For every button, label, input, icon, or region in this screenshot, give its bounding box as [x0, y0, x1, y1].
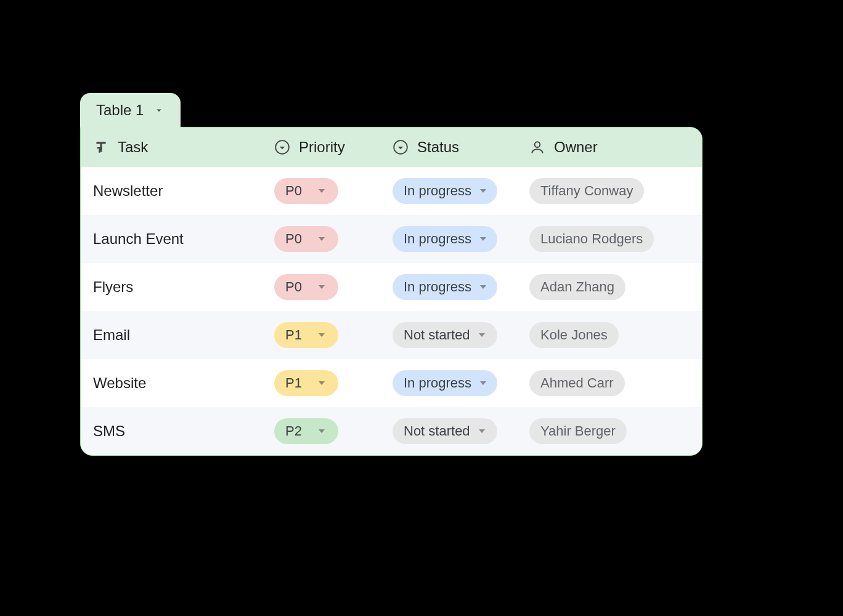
- priority-chip[interactable]: P0: [274, 226, 338, 252]
- task-cell[interactable]: SMS: [81, 407, 262, 455]
- priority-cell: P0: [262, 263, 380, 311]
- table-row: WebsiteP1In progressAhmed Carr: [81, 359, 702, 407]
- status-label: In progress: [404, 375, 471, 391]
- owner-cell: Tiffany Conway: [517, 167, 702, 215]
- task-cell[interactable]: Email: [81, 311, 262, 359]
- table-tab-label: Table 1: [96, 102, 144, 119]
- priority-label: P0: [285, 183, 302, 199]
- priority-cell: P1: [262, 311, 380, 359]
- table-row: EmailP1Not startedKole Jones: [81, 311, 702, 359]
- text-type-icon: [93, 139, 109, 155]
- caret-down-icon: [319, 381, 325, 385]
- caret-down-icon: [479, 333, 485, 337]
- caret-down-icon: [319, 429, 325, 433]
- column-header-status[interactable]: Status: [380, 128, 517, 167]
- table-tab[interactable]: Table 1: [80, 93, 181, 128]
- owner-cell: Ahmed Carr: [517, 359, 702, 407]
- owner-cell: Yahir Berger: [517, 407, 702, 455]
- owner-chip[interactable]: Ahmed Carr: [529, 370, 625, 396]
- task-cell[interactable]: Website: [81, 359, 262, 407]
- status-cell: In progress: [380, 167, 517, 215]
- priority-label: P1: [285, 375, 302, 391]
- caret-down-icon: [480, 381, 486, 385]
- priority-cell: P0: [262, 167, 380, 215]
- caret-down-icon: [319, 333, 325, 337]
- task-cell[interactable]: Flyers: [81, 263, 262, 311]
- caret-down-icon: [480, 189, 486, 193]
- status-cell: In progress: [380, 263, 517, 311]
- status-chip[interactable]: Not started: [393, 418, 497, 444]
- owner-chip[interactable]: Adan Zhang: [529, 274, 625, 300]
- priority-label: P0: [285, 231, 302, 247]
- status-cell: In progress: [380, 359, 517, 407]
- owner-cell: Luciano Rodgers: [517, 215, 702, 263]
- column-header-task[interactable]: Task: [81, 128, 262, 167]
- priority-label: P0: [285, 279, 302, 295]
- owner-cell: Adan Zhang: [517, 263, 702, 311]
- caret-down-icon: [480, 285, 486, 289]
- status-chip[interactable]: In progress: [393, 178, 497, 204]
- person-icon: [529, 139, 545, 155]
- status-chip[interactable]: Not started: [393, 322, 497, 348]
- task-cell[interactable]: Newsletter: [81, 167, 262, 215]
- status-label: In progress: [404, 183, 471, 199]
- column-header-label: Status: [417, 139, 459, 156]
- priority-label: P2: [285, 423, 302, 439]
- owner-chip[interactable]: Yahir Berger: [529, 418, 627, 444]
- priority-chip[interactable]: P1: [274, 322, 338, 348]
- dropdown-circle-icon: [274, 139, 290, 155]
- priority-label: P1: [285, 327, 302, 343]
- table-header: Task Priority Status Owner: [81, 128, 702, 167]
- table-container: Task Priority Status Owner: [80, 127, 702, 456]
- task-cell[interactable]: Launch Event: [81, 215, 262, 263]
- caret-down-icon: [479, 429, 485, 433]
- status-chip[interactable]: In progress: [393, 274, 497, 300]
- priority-chip[interactable]: P0: [274, 178, 338, 204]
- status-label: In progress: [404, 279, 471, 295]
- table-row: FlyersP0In progressAdan Zhang: [81, 263, 702, 311]
- table-body: NewsletterP0In progressTiffany ConwayLau…: [81, 167, 702, 455]
- table-row: SMSP2Not startedYahir Berger: [81, 407, 702, 455]
- column-header-label: Task: [118, 139, 148, 156]
- owner-cell: Kole Jones: [517, 311, 702, 359]
- caret-down-icon: [319, 285, 325, 289]
- table-view-card: Table 1 Task Priority: [80, 92, 702, 456]
- status-cell: Not started: [380, 407, 517, 455]
- caret-down-icon: [319, 237, 325, 241]
- priority-cell: P1: [262, 359, 380, 407]
- table-row: NewsletterP0In progressTiffany Conway: [81, 167, 702, 215]
- status-cell: Not started: [380, 311, 517, 359]
- column-header-label: Owner: [554, 139, 598, 156]
- priority-chip[interactable]: P1: [274, 370, 338, 396]
- status-chip[interactable]: In progress: [393, 226, 497, 252]
- priority-chip[interactable]: P2: [274, 418, 338, 444]
- priority-chip[interactable]: P0: [274, 274, 338, 300]
- column-header-label: Priority: [299, 139, 345, 156]
- status-label: In progress: [404, 231, 471, 247]
- owner-chip[interactable]: Tiffany Conway: [529, 178, 644, 204]
- owner-chip[interactable]: Kole Jones: [529, 322, 619, 348]
- caret-down-icon: [480, 237, 486, 241]
- column-header-owner[interactable]: Owner: [517, 128, 702, 167]
- priority-cell: P2: [262, 407, 380, 455]
- column-header-priority[interactable]: Priority: [262, 128, 380, 167]
- priority-cell: P0: [262, 215, 380, 263]
- dropdown-circle-icon: [393, 139, 409, 155]
- status-label: Not started: [404, 327, 470, 343]
- status-cell: In progress: [380, 215, 517, 263]
- chevron-down-icon: [153, 105, 165, 116]
- caret-down-icon: [319, 189, 325, 193]
- svg-point-2: [535, 142, 540, 147]
- table-row: Launch EventP0In progressLuciano Rodgers: [81, 215, 702, 263]
- owner-chip[interactable]: Luciano Rodgers: [529, 226, 654, 252]
- status-chip[interactable]: In progress: [393, 370, 497, 396]
- status-label: Not started: [404, 423, 470, 439]
